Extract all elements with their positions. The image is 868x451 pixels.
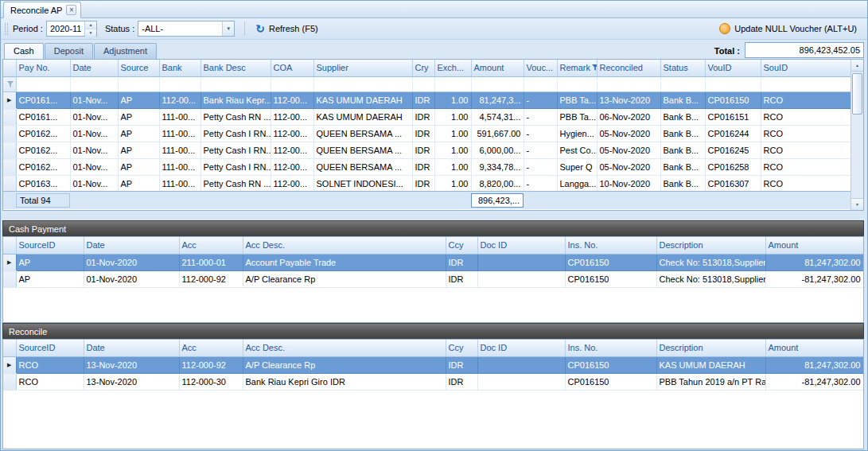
cell[interactable]: Bank Riau Kepri Giro IDR — [243, 374, 446, 391]
cell[interactable]: PBB Ta... — [557, 92, 597, 109]
cell[interactable]: 1.00 — [434, 159, 471, 176]
table-row[interactable]: CP0162...01-Nov...AP111-00...Petty Cash … — [3, 126, 850, 142]
table-row[interactable]: ▶CP0161...01-Nov...AP112-00...Bank Riau … — [3, 92, 850, 109]
cell[interactable]: Account Payable Trade — [243, 255, 446, 271]
cell[interactable]: 112-00... — [271, 159, 313, 176]
cell[interactable]: - — [524, 126, 557, 142]
cell[interactable]: A/P Clearance Rp — [243, 357, 446, 374]
cell[interactable]: Check No: 513018,Supplier ... — [656, 271, 765, 288]
cell[interactable]: - — [524, 142, 557, 159]
column-header-description[interactable]: Description — [656, 340, 765, 357]
cell[interactable]: -81,247,302.00 — [765, 374, 863, 391]
cell[interactable]: QUEEN BERSAMA ... — [313, 159, 412, 176]
column-header-bank[interactable]: Bank — [159, 60, 200, 77]
cell[interactable]: AP — [118, 109, 159, 126]
cell[interactable]: Super Q — [557, 159, 597, 176]
cell[interactable]: - — [524, 92, 557, 109]
cell[interactable]: QUEEN BERSAMA ... — [313, 142, 412, 159]
cell[interactable]: RCO — [16, 357, 84, 374]
cell[interactable]: 1.00 — [434, 92, 471, 109]
cell[interactable]: CP016150 — [565, 357, 656, 374]
cell[interactable] — [477, 374, 565, 391]
cell[interactable]: 05-Nov-2020 — [597, 126, 660, 142]
filter-cell[interactable] — [557, 77, 597, 92]
cell[interactable]: Bank B... — [660, 176, 705, 192]
column-header-acc[interactable]: Acc — [179, 237, 243, 255]
cell[interactable]: CP0163... — [16, 176, 70, 192]
table-row[interactable]: RCO13-Nov-2020112-000-30Bank Riau Kepri … — [3, 374, 863, 391]
column-header-sourceid[interactable]: SourceID — [16, 340, 84, 357]
cell[interactable]: RCO — [761, 92, 850, 109]
cell[interactable]: CP016150 — [565, 255, 656, 271]
cell[interactable]: 01-Nov... — [70, 176, 118, 192]
table-row[interactable]: AP01-Nov-2020112-000-92A/P Clearance RpI… — [3, 271, 863, 288]
cell[interactable]: CP016150 — [565, 271, 656, 288]
column-header-date[interactable]: Date — [84, 237, 179, 255]
cell[interactable]: CP0162... — [16, 159, 70, 176]
cell[interactable]: 112-00... — [271, 126, 313, 142]
cell[interactable]: 01-Nov... — [70, 92, 118, 109]
cell[interactable]: Petty Cash RN ... — [200, 109, 271, 126]
table-row[interactable]: CP0162...01-Nov...AP111-00...Petty Cash … — [3, 142, 850, 159]
cell[interactable]: 112-00... — [271, 142, 313, 159]
cell[interactable]: 591,667.00 — [471, 126, 524, 142]
scroll-thumb[interactable] — [852, 73, 862, 115]
cell[interactable]: 01-Nov... — [70, 126, 118, 142]
column-header-exch[interactable]: Exch... — [434, 60, 471, 77]
cell[interactable]: PBB Tahun 2019 a/n PT Ra... — [656, 374, 765, 391]
cell[interactable]: IDR — [446, 374, 477, 391]
filter-icon[interactable] — [592, 64, 597, 71]
vertical-scrollbar[interactable]: ▲ ▼ — [850, 60, 863, 210]
cell[interactable]: 111-00... — [159, 176, 200, 192]
filter-cell[interactable] — [471, 77, 524, 92]
cell[interactable]: 112-00... — [271, 109, 313, 126]
cell[interactable]: AP — [118, 92, 159, 109]
cell[interactable]: CP0162... — [16, 126, 70, 142]
cell[interactable]: A/P Clearance Rp — [243, 271, 446, 288]
cell[interactable]: IDR — [412, 142, 434, 159]
cell[interactable]: -81,247,302.00 — [765, 271, 863, 288]
column-header-reconciled[interactable]: Reconciled — [597, 60, 660, 77]
refresh-button[interactable]: ↻ Refresh (F5) — [251, 21, 321, 36]
cell[interactable]: Bank B... — [660, 159, 705, 176]
tab-reconcile-ap[interactable]: Reconcile AP × — [3, 2, 81, 18]
close-icon[interactable]: × — [66, 5, 76, 15]
cell[interactable]: Petty Cash RN ... — [200, 176, 271, 192]
cell[interactable]: - — [524, 109, 557, 126]
cell[interactable]: KAS UMUM DAERAH — [313, 109, 412, 126]
cell[interactable]: 1.00 — [434, 176, 471, 192]
cell[interactable]: 111-00... — [159, 109, 200, 126]
cell[interactable]: Langga... — [557, 176, 597, 192]
column-header-doc-id[interactable]: Doc ID — [477, 237, 565, 255]
cell[interactable]: CP016151 — [705, 109, 761, 126]
cell[interactable] — [477, 357, 565, 374]
cell[interactable]: AP — [118, 176, 159, 192]
cell[interactable]: Hygien... — [557, 126, 597, 142]
filter-cell[interactable] — [705, 77, 761, 92]
cell[interactable]: Check No: 513018,Supplier ... — [656, 255, 765, 271]
filter-cell[interactable] — [118, 77, 159, 92]
scroll-up-icon[interactable]: ▲ — [851, 60, 863, 72]
filter-cell[interactable] — [524, 77, 557, 92]
cell[interactable]: CP016245 — [705, 142, 761, 159]
column-header-coa[interactable]: COA — [271, 60, 313, 77]
column-header-souid[interactable]: SouID — [761, 60, 850, 77]
table-row[interactable]: ▶AP01-Nov-2020211-000-01Account Payable … — [3, 255, 863, 271]
filter-cell[interactable] — [271, 77, 313, 92]
cell[interactable]: 6,000,00... — [471, 142, 524, 159]
filter-cell[interactable] — [70, 77, 118, 92]
cell[interactable]: CP016258 — [705, 159, 761, 176]
total-value[interactable]: 896,423,452.05 — [745, 42, 864, 58]
cell[interactable]: AP — [118, 126, 159, 142]
cell[interactable]: 111-00... — [159, 159, 200, 176]
period-spinner[interactable]: 2020-11 ▲ ▼ — [46, 21, 97, 37]
cell[interactable]: KAS UMUM DAERAH — [656, 357, 765, 374]
cell[interactable]: 13-Nov-2020 — [84, 374, 179, 391]
table-row[interactable]: ▶RCO13-Nov-2020112-000-92A/P Clearance R… — [3, 357, 863, 374]
cell[interactable]: 211-000-01 — [179, 255, 243, 271]
tab-cash[interactable]: Cash — [4, 43, 44, 59]
cell[interactable]: IDR — [412, 109, 434, 126]
cell[interactable]: RCO — [761, 142, 850, 159]
column-header-date[interactable]: Date — [70, 60, 118, 77]
column-header-acc-desc[interactable]: Acc Desc. — [243, 237, 446, 255]
